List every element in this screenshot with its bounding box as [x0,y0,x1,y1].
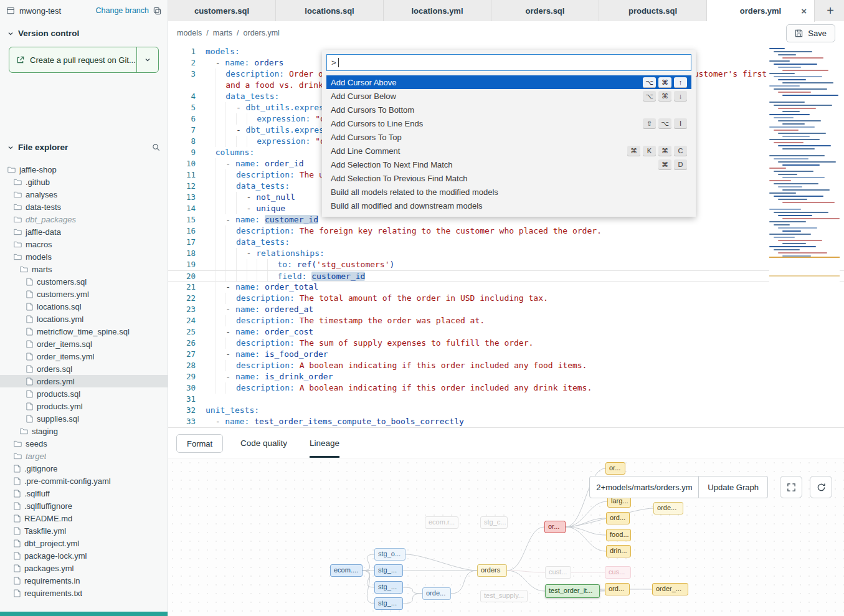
close-icon[interactable]: × [801,6,807,16]
file-item-dbt_project.yml[interactable]: dbt_project.yml [0,537,168,549]
code-line[interactable]: 27- name: is_food_order [168,349,844,360]
file-item-metricflow_time_spine.sql[interactable]: metricflow_time_spine.sql [0,325,168,338]
code-line[interactable]: 21- name: order_total [168,282,844,293]
lineage-node[interactable]: ord... [605,583,630,595]
breadcrumb-item[interactable]: marts [213,29,232,37]
lineage-node[interactable]: or... [544,521,566,533]
folder-item-dbt_packages[interactable]: dbt_packages [0,213,168,225]
palette-item[interactable]: Build all modified and downstream models [326,199,691,212]
folder-item-staging[interactable]: staging [0,425,168,437]
file-item-.gitignore[interactable]: .gitignore [0,462,168,475]
file-item-order_items.sql[interactable]: order_items.sql [0,338,168,350]
lineage-canvas[interactable]: or...larg...ord...food...drin...orde...o… [168,458,844,616]
file-item-packages.yml[interactable]: packages.yml [0,562,168,574]
update-graph-button[interactable]: Update Graph [699,476,768,498]
file-item-.sqlfluffignore[interactable]: .sqlfluffignore [0,500,168,512]
lineage-node[interactable]: stg_c... [480,516,508,529]
panel-tab-code-quality[interactable]: Code quality [229,428,298,458]
palette-item[interactable]: Build all models related to the modified… [326,185,691,199]
fullscreen-button[interactable] [780,476,802,498]
lineage-node[interactable]: ecom.... [330,564,363,577]
code-line[interactable]: 22description: The total amount of the o… [168,293,844,304]
lineage-node[interactable]: cus... [605,566,631,579]
folder-item-models[interactable]: models [0,250,168,263]
file-item-locations.yml[interactable]: locations.yml [0,313,168,325]
pr-dropdown-button[interactable] [136,47,158,72]
command-input[interactable]: > [326,54,691,71]
panel-tab-lineage[interactable]: Lineage [298,428,351,458]
code-line[interactable]: 31 [168,394,844,405]
file-item-products.yml[interactable]: products.yml [0,400,168,412]
save-button[interactable]: Save [786,24,835,42]
palette-item[interactable]: Add Selection To Previous Find Match [326,171,691,185]
code-line[interactable]: 26description: The sum of supply expense… [168,338,844,349]
file-item-orders.yml[interactable]: orders.yml [0,375,168,387]
file-item-products.sql[interactable]: products.sql [0,387,168,400]
code-line[interactable]: 20field: customer_id [168,270,844,282]
folder-item-.github[interactable]: .github [0,176,168,188]
code-line[interactable]: 19to: ref('stg_customers') [168,259,844,270]
file-item-orders.sql[interactable]: orders.sql [0,362,168,375]
change-branch-link[interactable]: Change branch [96,6,149,15]
lineage-node[interactable]: test_order_it... [545,584,600,598]
code-line[interactable]: 17data_tests: [168,237,844,248]
tab-products.sql[interactable]: products.sql [599,0,707,21]
lineage-node[interactable]: cust... [545,566,571,579]
tab-customers.sql[interactable]: customers.sql [168,0,276,21]
file-item-requirements.in[interactable]: requirements.in [0,574,168,587]
tab-orders.sql[interactable]: orders.sql [491,0,599,21]
lineage-node[interactable]: order_... [652,583,688,595]
tab-locations.yml[interactable]: locations.yml [384,0,491,21]
lineage-search-input[interactable] [589,476,699,498]
folder-item-data-tests[interactable]: data-tests [0,201,168,213]
code-line[interactable]: 18- relationships: [168,248,844,259]
file-item-.sqlfluff[interactable]: .sqlfluff [0,487,168,500]
copy-icon[interactable] [153,7,161,15]
lineage-node[interactable]: drin... [606,545,631,557]
palette-item[interactable]: Add Cursor Below⌥⌘↓ [326,89,691,103]
lineage-node[interactable]: stg_... [374,581,403,594]
tab-orders.yml[interactable]: orders.yml× [707,0,815,22]
folder-item-macros[interactable]: macros [0,238,168,250]
minimap[interactable] [769,46,840,334]
code-line[interactable]: 16description: The foreign key relating … [168,225,844,237]
palette-item[interactable]: Add Cursors To Top [326,130,691,144]
folder-item-target[interactable]: target [0,450,168,462]
folder-item-marts[interactable]: marts [0,263,168,275]
lineage-node[interactable]: test_supply... [480,590,528,602]
code-line[interactable]: 32unit_tests: [168,405,844,416]
code-line[interactable]: 33- name: test_order_items_compute_to_bo… [168,416,844,427]
file-item-locations.sql[interactable]: locations.sql [0,300,168,313]
file-item-customers.sql[interactable]: customers.sql [0,275,168,288]
breadcrumb-item[interactable]: models [177,29,202,37]
palette-item[interactable]: Add Selection To Next Find Match⌘D [326,158,691,171]
file-item-customers.yml[interactable]: customers.yml [0,288,168,300]
file-item-requirements.txt[interactable]: requirements.txt [0,587,168,599]
folder-item-analyses[interactable]: analyses [0,188,168,201]
new-tab-button[interactable]: + [822,2,838,19]
lineage-node[interactable]: stg_... [374,564,403,577]
lineage-node[interactable]: ecom.r... [425,516,458,529]
lineage-node[interactable]: orde... [422,587,451,600]
breadcrumb-item[interactable]: orders.yml [244,29,280,37]
version-control-header[interactable]: Version control [0,21,168,40]
file-item-.pre-commit-config.yaml[interactable]: .pre-commit-config.yaml [0,475,168,487]
lineage-node[interactable]: orde... [653,502,683,514]
palette-item[interactable]: Add Cursors To Bottom [326,103,691,116]
lineage-node[interactable]: stg_o... [374,548,405,561]
lineage-node[interactable]: food... [606,529,631,541]
code-line[interactable]: 29- name: is_drink_order [168,371,844,382]
file-item-package-lock.yml[interactable]: package-lock.yml [0,549,168,562]
file-item-order_items.yml[interactable]: order_items.yml [0,350,168,362]
code-line[interactable]: 28description: A boolean indicating if t… [168,360,844,371]
lineage-node[interactable]: orders [477,564,507,577]
tab-locations.sql[interactable]: locations.sql [276,0,384,21]
file-explorer-header[interactable]: File explorer [0,135,168,154]
refresh-button[interactable] [810,476,832,498]
breadcrumb[interactable]: models/marts/orders.yml [177,29,280,37]
create-pr-button[interactable]: Create a pull request on Git... [9,47,159,73]
format-button[interactable]: Format [176,434,223,453]
code-line[interactable]: 24description: The timestamp the order w… [168,315,844,326]
code-line[interactable]: 25- name: order_cost [168,326,844,338]
file-item-supplies.sql[interactable]: supplies.sql [0,412,168,425]
